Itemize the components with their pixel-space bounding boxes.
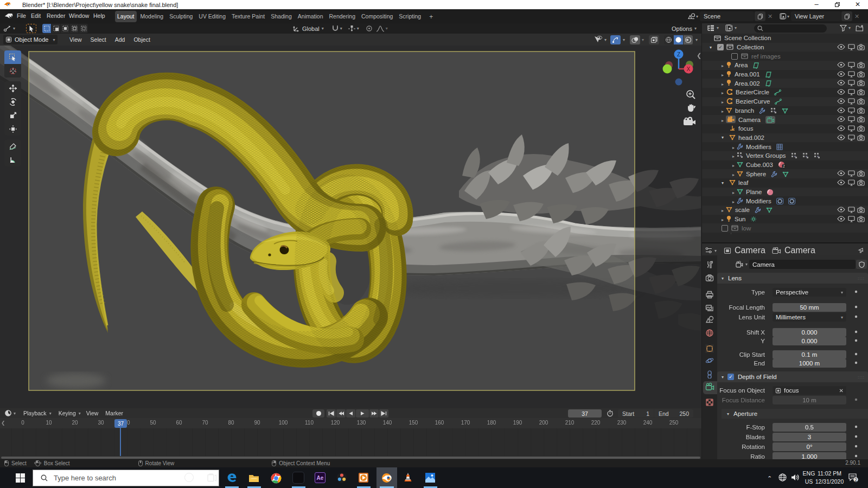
svg-text:2: 2	[854, 477, 857, 482]
svg-text:X: X	[687, 66, 691, 72]
svg-text:Z: Z	[677, 52, 680, 57]
svg-text:2: 2	[783, 164, 785, 168]
